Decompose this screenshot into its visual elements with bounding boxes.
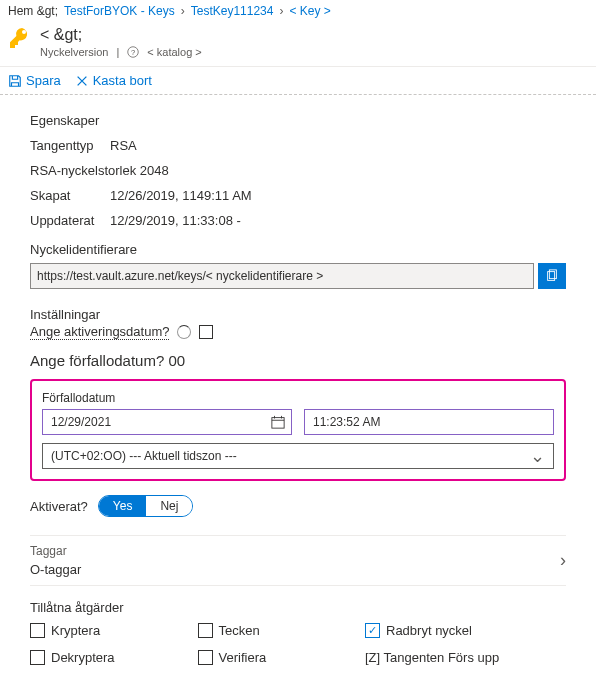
expiration-date-value: 12/29/2021: [43, 415, 265, 429]
updated-label: Uppdaterat: [30, 213, 110, 228]
keytype-label: Tangenttyp: [30, 138, 110, 153]
created-label: Skapat: [30, 188, 110, 203]
spinner-icon: [177, 325, 191, 339]
info-icon: ?: [127, 46, 139, 58]
save-label: Spara: [26, 73, 61, 88]
updated-value: 12/29/2019, 11:33:08 -: [110, 213, 241, 228]
keytype-value: RSA: [110, 138, 137, 153]
discard-label: Kasta bort: [93, 73, 152, 88]
checkbox-icon: [30, 650, 45, 665]
created-value: 12/26/2019, 1149:11 AM: [110, 188, 252, 203]
copy-icon: [545, 269, 559, 283]
checkbox-icon: [198, 623, 213, 638]
breadcrumb-item-1[interactable]: TestForBYOK - Keys: [64, 4, 175, 18]
enabled-toggle[interactable]: Yes Nej: [98, 495, 194, 517]
toolbar: Spara Kasta bort: [0, 66, 596, 95]
permitted-ops-heading: Tillåtna åtgärder: [30, 600, 566, 615]
key-icon: [8, 26, 32, 50]
checkbox-icon: [30, 623, 45, 638]
op-encrypt[interactable]: Kryptera: [30, 623, 198, 638]
close-icon: [75, 74, 89, 88]
expiration-highlight: Förfallodatum 12/29/2021 11:23:52 AM (UT…: [30, 379, 566, 481]
chevron-down-icon: ⌄: [530, 445, 545, 467]
copy-button[interactable]: [538, 263, 566, 289]
checkbox-icon: [198, 650, 213, 665]
expiration-date-input[interactable]: 12/29/2021: [42, 409, 292, 435]
toggle-no: Nej: [146, 496, 192, 516]
expiration-label: Förfallodatum: [42, 391, 554, 405]
op-verify[interactable]: Verifiera: [198, 650, 366, 665]
catalog-label: < katalog >: [147, 46, 201, 58]
breadcrumb-sep: ›: [181, 4, 185, 18]
toggle-yes: Yes: [99, 496, 147, 516]
calendar-icon[interactable]: [265, 409, 291, 435]
tags-title: Taggar: [30, 544, 81, 558]
expiration-time-value: 11:23:52 AM: [305, 415, 553, 429]
page-title: < &gt;: [40, 26, 202, 44]
timezone-value: (UTC+02:OO) --- Aktuell tidszon ---: [51, 449, 237, 463]
timezone-select[interactable]: (UTC+02:OO) --- Aktuell tidszon --- ⌄: [42, 443, 554, 469]
checkbox-checked-icon: [365, 623, 380, 638]
expiration-question: Ange förfallodatum? 00: [30, 352, 566, 369]
expiration-time-input[interactable]: 11:23:52 AM: [304, 409, 554, 435]
key-identifier-input[interactable]: [30, 263, 534, 289]
breadcrumb-sep: ›: [279, 4, 283, 18]
page-subtitle: Nyckelversion: [40, 46, 108, 58]
save-button[interactable]: Spara: [8, 73, 61, 88]
save-icon: [8, 74, 22, 88]
op-sign[interactable]: Tecken: [198, 623, 366, 638]
svg-rect-4: [272, 418, 284, 429]
breadcrumb-home: Hem &gt;: [8, 4, 58, 18]
enabled-label: Aktiverat?: [30, 499, 88, 514]
breadcrumb: Hem &gt; TestForBYOK - Keys › TestKey111…: [0, 0, 596, 22]
properties-heading: Egenskaper: [30, 113, 566, 128]
chevron-right-icon: ›: [560, 550, 566, 571]
svg-text:?: ?: [131, 48, 135, 57]
activation-label: Ange aktiveringsdatum?: [30, 324, 169, 340]
op-decrypt[interactable]: Dekryptera: [30, 650, 198, 665]
settings-heading: Inställningar: [30, 307, 566, 322]
tags-row[interactable]: Taggar O-taggar ›: [30, 535, 566, 586]
rsa-size: RSA-nyckelstorlek 2048: [30, 163, 169, 178]
breadcrumb-item-3[interactable]: < Key >: [289, 4, 330, 18]
discard-button[interactable]: Kasta bort: [75, 73, 152, 88]
tags-value: O-taggar: [30, 562, 81, 577]
kid-label: Nyckelidentifierare: [30, 242, 566, 257]
activation-checkbox[interactable]: [199, 325, 213, 339]
page-header: < &gt; Nyckelversion | ? < katalog >: [0, 22, 596, 66]
op-wrap[interactable]: Radbryt nyckel: [365, 623, 566, 638]
breadcrumb-item-2[interactable]: TestKey111234: [191, 4, 274, 18]
op-unwrap[interactable]: [Z] Tangenten Förs upp: [365, 650, 566, 665]
